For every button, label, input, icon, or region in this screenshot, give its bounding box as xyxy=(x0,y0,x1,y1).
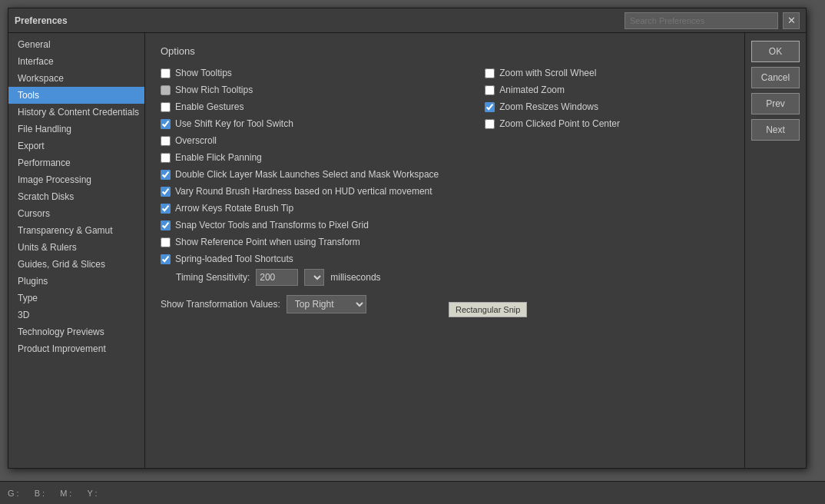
g-label: G : xyxy=(8,489,19,498)
search-input[interactable] xyxy=(625,12,778,29)
sidebar-item-type[interactable]: Type xyxy=(8,290,144,307)
checkbox-label-left-10: Show Reference Point when using Transfor… xyxy=(175,237,360,247)
main-content: Options Show TooltipsShow Rich TooltipsE… xyxy=(145,33,744,468)
checkbox-label-right-2: Zoom Resizes Windows xyxy=(499,101,598,112)
checkbox-label-right-1: Animated Zoom xyxy=(499,85,565,95)
y-label: Y : xyxy=(87,489,97,498)
next-button[interactable]: Next xyxy=(751,119,800,141)
sidebar-item-3d[interactable]: 3D xyxy=(8,307,144,323)
checkbox-label-left-5: Enable Flick Panning xyxy=(175,152,262,163)
sidebar-item-product-improvement[interactable]: Product Improvement xyxy=(8,340,144,357)
checkbox-label-left-0: Show Tooltips xyxy=(175,68,232,78)
status-bar: G : B : M : Y : xyxy=(0,481,825,504)
checkbox-label-left-1: Show Rich Tooltips xyxy=(175,85,253,95)
sidebar-item-export[interactable]: Export xyxy=(8,138,144,154)
sidebar-item-transparency--gamut[interactable]: Transparency & Gamut xyxy=(8,222,144,239)
title-right: ✕ xyxy=(625,12,800,29)
options-col-left: Show TooltipsShow Rich TooltipsEnable Ge… xyxy=(161,68,439,266)
checkbox-left-8[interactable] xyxy=(161,204,171,214)
checkbox-row-left-4: Overscroll xyxy=(161,135,439,146)
checkbox-label-left-7: Vary Round Brush Hardness based on HUD v… xyxy=(175,186,432,197)
checkbox-label-left-2: Enable Gestures xyxy=(175,101,244,112)
checkbox-label-left-11: Spring-loaded Tool Shortcuts xyxy=(175,254,293,264)
checkbox-row-right-3: Zoom Clicked Point to Center xyxy=(485,118,620,129)
checkbox-right-0[interactable] xyxy=(485,68,495,78)
sidebar-item-history--content-credentials[interactable]: History & Content Credentials xyxy=(8,104,144,121)
timing-unit-label: milliseconds xyxy=(330,272,380,283)
checkbox-row-left-6: Double Click Layer Mask Launches Select … xyxy=(161,169,439,180)
dialog-title: Preferences xyxy=(15,15,68,26)
sidebar-item-interface[interactable]: Interface xyxy=(8,53,144,70)
sidebar-item-cursors[interactable]: Cursors xyxy=(8,205,144,222)
sidebar-item-general[interactable]: General xyxy=(8,36,144,53)
sidebar-item-guides-grid--slices[interactable]: Guides, Grid & Slices xyxy=(8,256,144,273)
b-label: B : xyxy=(35,489,45,498)
checkbox-row-right-1: Animated Zoom xyxy=(485,85,620,95)
checkbox-label-left-6: Double Click Layer Mask Launches Select … xyxy=(175,169,439,180)
sidebar-item-tools[interactable]: Tools xyxy=(8,87,144,104)
checkbox-left-2[interactable] xyxy=(161,102,171,112)
ok-button[interactable]: OK xyxy=(751,41,800,62)
checkbox-left-4[interactable] xyxy=(161,136,171,146)
checkbox-right-1[interactable] xyxy=(485,85,495,95)
timing-label: Timing Sensitivity: xyxy=(176,272,250,283)
timing-row: Timing Sensitivity: milliseconds xyxy=(176,269,729,286)
m-label: M : xyxy=(60,489,71,498)
checkbox-row-left-10: Show Reference Point when using Transfor… xyxy=(161,237,439,247)
checkbox-label-left-8: Arrow Keys Rotate Brush Tip xyxy=(175,203,293,214)
timing-unit-select[interactable] xyxy=(304,269,324,286)
sidebar-item-scratch-disks[interactable]: Scratch Disks xyxy=(8,188,144,205)
checkbox-row-right-0: Zoom with Scroll Wheel xyxy=(485,68,620,78)
options-grid: Show TooltipsShow Rich TooltipsEnable Ge… xyxy=(161,68,729,266)
checkbox-label-right-0: Zoom with Scroll Wheel xyxy=(499,68,596,78)
checkbox-row-left-1: Show Rich Tooltips xyxy=(161,85,439,95)
checkbox-left-11[interactable] xyxy=(161,254,171,264)
cancel-button[interactable]: Cancel xyxy=(751,67,800,88)
checkbox-row-left-3: Use Shift Key for Tool Switch xyxy=(161,118,439,129)
title-bar: Preferences ✕ xyxy=(8,8,806,33)
checkbox-row-right-2: Zoom Resizes Windows xyxy=(485,101,620,112)
dialog-body: GeneralInterfaceWorkspaceToolsHistory & … xyxy=(8,33,806,468)
timing-input[interactable] xyxy=(256,269,298,286)
checkbox-left-0[interactable] xyxy=(161,68,171,78)
transform-row: Show Transformation Values: Top RightBot… xyxy=(161,295,729,313)
checkbox-right-3[interactable] xyxy=(485,119,495,129)
sidebar-item-workspace[interactable]: Workspace xyxy=(8,70,144,87)
prev-button[interactable]: Prev xyxy=(751,93,800,114)
sidebar-item-file-handling[interactable]: File Handling xyxy=(8,121,144,138)
sidebar: GeneralInterfaceWorkspaceToolsHistory & … xyxy=(8,33,145,468)
checkbox-left-9[interactable] xyxy=(161,220,171,230)
close-button[interactable]: ✕ xyxy=(783,12,800,29)
checkbox-label-right-3: Zoom Clicked Point to Center xyxy=(499,118,620,129)
checkbox-left-3[interactable] xyxy=(161,119,171,129)
transform-label: Show Transformation Values: xyxy=(161,299,280,310)
sidebar-item-plugins[interactable]: Plugins xyxy=(8,273,144,290)
checkbox-left-7[interactable] xyxy=(161,187,171,197)
sidebar-item-units--rulers[interactable]: Units & Rulers xyxy=(8,239,144,256)
checkbox-row-left-5: Enable Flick Panning xyxy=(161,152,439,163)
checkbox-label-left-9: Snap Vector Tools and Transforms to Pixe… xyxy=(175,220,369,230)
checkbox-label-left-3: Use Shift Key for Tool Switch xyxy=(175,118,293,129)
checkbox-row-left-0: Show Tooltips xyxy=(161,68,439,78)
sidebar-item-performance[interactable]: Performance xyxy=(8,154,144,171)
checkbox-row-left-8: Arrow Keys Rotate Brush Tip xyxy=(161,203,439,214)
checkbox-label-left-4: Overscroll xyxy=(175,135,217,146)
checkbox-left-10[interactable] xyxy=(161,237,171,247)
checkbox-left-6[interactable] xyxy=(161,170,171,180)
checkbox-row-left-7: Vary Round Brush Hardness based on HUD v… xyxy=(161,186,439,197)
sidebar-item-technology-previews[interactable]: Technology Previews xyxy=(8,323,144,340)
checkbox-left-5[interactable] xyxy=(161,153,171,163)
checkbox-row-left-2: Enable Gestures xyxy=(161,101,439,112)
sidebar-item-image-processing[interactable]: Image Processing xyxy=(8,171,144,188)
options-col-right: Zoom with Scroll WheelAnimated ZoomZoom … xyxy=(485,68,620,266)
options-title: Options xyxy=(161,45,729,57)
transform-select[interactable]: Top RightBottom RightBottom LeftTop Left… xyxy=(287,295,366,313)
button-panel: OK Cancel Prev Next xyxy=(744,33,806,468)
checkbox-left-1[interactable] xyxy=(161,85,171,95)
checkbox-right-2[interactable] xyxy=(485,102,495,112)
checkbox-row-left-9: Snap Vector Tools and Transforms to Pixe… xyxy=(161,220,439,230)
checkbox-row-left-11: Spring-loaded Tool Shortcuts xyxy=(161,254,439,264)
